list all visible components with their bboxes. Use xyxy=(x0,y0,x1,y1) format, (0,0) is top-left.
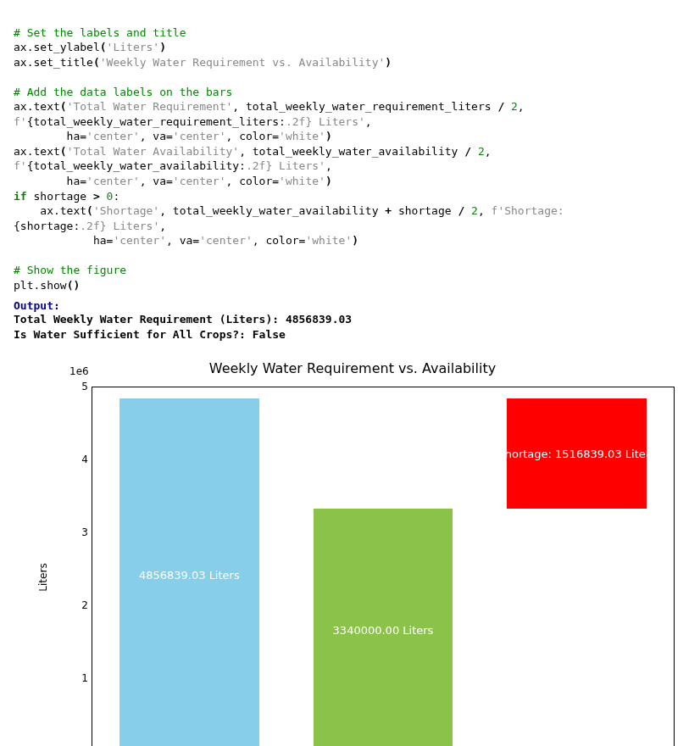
output-text: Total Weekly Water Requirement (Liters):… xyxy=(14,312,686,342)
bar-data-label: Shortage: 1516839.03 Liters xyxy=(497,447,655,459)
code-block: # Set the labels and title ax.set_ylabel… xyxy=(14,10,686,292)
ytick-label: 3 xyxy=(81,526,88,538)
ytick-label: 1 xyxy=(81,672,88,684)
bar-chart: Weekly Water Requirement vs. Availabilit… xyxy=(22,355,683,746)
chart-bar: 3340000.00 Liters xyxy=(314,509,453,746)
ytick-label: 2 xyxy=(81,599,88,611)
output-label: Output: xyxy=(14,299,686,312)
chart-plot-area: 4856839.03 Liters3340000.00 LitersShorta… xyxy=(92,387,675,746)
bar-data-label: 3340000.00 Liters xyxy=(333,623,434,636)
ytick-label: 4 xyxy=(81,454,88,465)
code-comment: # Show the figure xyxy=(14,264,126,276)
chart-exponent: 1e6 xyxy=(69,365,89,377)
chart-bar: 4856839.03 Liters xyxy=(119,398,259,746)
bar-data-label: 4856839.03 Liters xyxy=(139,568,240,581)
code-comment: # Add the data labels on the bars xyxy=(14,86,232,98)
chart-title: Weekly Water Requirement vs. Availabilit… xyxy=(22,355,683,378)
chart-yticks: 012345 xyxy=(47,378,92,746)
ytick-label: 5 xyxy=(81,381,88,392)
chart-bar: Shortage: 1516839.03 Liters xyxy=(507,398,647,509)
code-comment: # Set the labels and title xyxy=(14,26,186,39)
